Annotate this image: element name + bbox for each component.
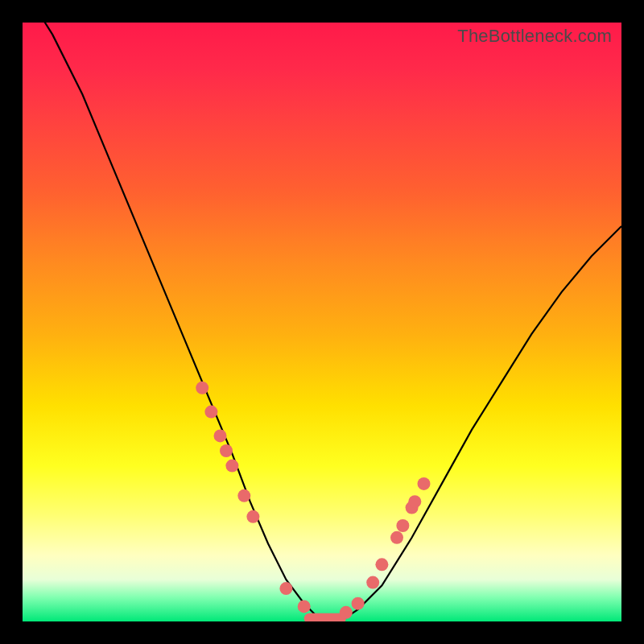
marker-dot <box>220 444 233 457</box>
marker-points <box>196 382 430 619</box>
marker-dot <box>366 576 379 589</box>
flat-segment <box>304 613 346 621</box>
marker-dot <box>196 382 208 394</box>
marker-dot <box>340 606 353 619</box>
marker-dot <box>352 597 365 610</box>
marker-dot <box>204 406 217 419</box>
marker-dot <box>396 519 409 532</box>
curve-line <box>23 23 621 621</box>
plot-area: TheBottleneck.com <box>23 23 621 621</box>
marker-dot <box>390 531 403 544</box>
marker-dot <box>214 429 227 442</box>
chart-svg <box>23 23 621 621</box>
marker-dot <box>408 495 421 508</box>
marker-dot <box>237 489 250 502</box>
marker-dot <box>375 558 388 571</box>
bottleneck-curve <box>23 23 621 621</box>
flat-segment-bar <box>304 613 346 621</box>
marker-dot <box>298 600 311 613</box>
watermark-text: TheBottleneck.com <box>457 26 612 47</box>
marker-dot <box>225 460 238 473</box>
marker-dot <box>279 582 292 595</box>
chart-frame: TheBottleneck.com <box>0 0 644 644</box>
marker-dot <box>418 477 431 490</box>
marker-dot <box>246 510 259 523</box>
